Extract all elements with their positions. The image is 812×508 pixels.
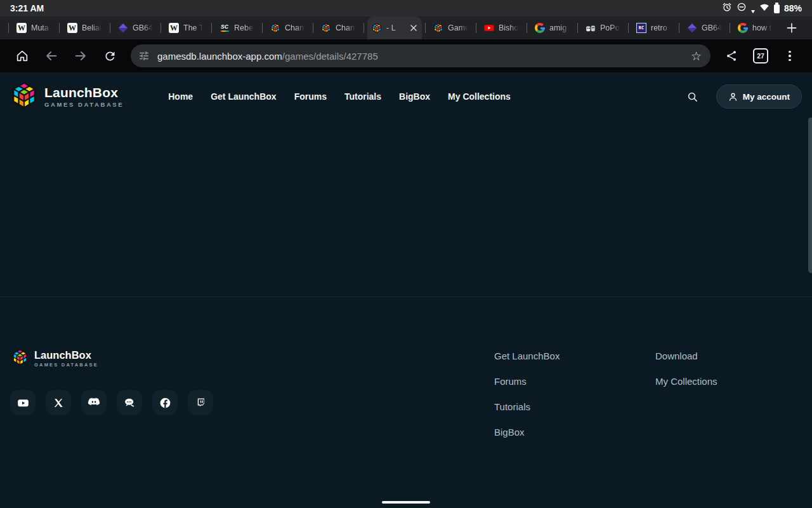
tab-separator bbox=[476, 23, 476, 33]
nav-link-my-collections[interactable]: My Collections bbox=[448, 91, 511, 102]
facebook-social-button[interactable] bbox=[152, 390, 178, 415]
footer-link-get-launchbox[interactable]: Get LaunchBox bbox=[494, 351, 560, 361]
footer-links-column-1: Get LaunchBoxForumsTutorialsBigBox bbox=[494, 351, 560, 452]
browser-tab[interactable]: Chan bbox=[317, 17, 360, 39]
browser-tab[interactable]: GB64 bbox=[114, 17, 157, 39]
reload-button[interactable] bbox=[95, 42, 124, 70]
retro-favicon: RC bbox=[636, 23, 646, 33]
launchbox-favicon bbox=[433, 23, 443, 33]
forward-button[interactable] bbox=[66, 42, 95, 70]
twitch-social-button[interactable] bbox=[188, 390, 213, 415]
browser-tab-active[interactable]: - L bbox=[367, 17, 422, 39]
site-header: LaunchBox GAMES DATABASE HomeGet LaunchB… bbox=[0, 72, 812, 121]
tab-close-icon[interactable] bbox=[410, 24, 417, 32]
discord-social-button[interactable] bbox=[81, 390, 107, 415]
tab-separator bbox=[527, 23, 527, 33]
launchbox-cube-logo-icon bbox=[10, 81, 38, 112]
tab-label: how t bbox=[752, 23, 773, 32]
browser-tab[interactable]: WMuta bbox=[12, 17, 56, 39]
youtube-favicon bbox=[484, 23, 494, 33]
tab-label: Bisho bbox=[499, 23, 519, 32]
tab-separator bbox=[313, 23, 313, 33]
youtube-icon bbox=[16, 396, 30, 410]
nav-link-bigbox[interactable]: BigBox bbox=[399, 91, 430, 102]
site-logo[interactable]: LaunchBox GAMES DATABASE bbox=[10, 81, 124, 112]
person-icon bbox=[728, 92, 738, 102]
tab-separator bbox=[211, 23, 212, 33]
brand-subtitle: GAMES DATABASE bbox=[44, 101, 124, 108]
browser-menu-button[interactable] bbox=[775, 42, 804, 70]
browser-tab[interactable]: PoPo bbox=[581, 17, 625, 39]
chat-social-button[interactable] bbox=[117, 390, 142, 415]
search-icon[interactable] bbox=[686, 91, 698, 103]
browser-tab[interactable]: RCretro bbox=[632, 17, 676, 39]
tab-label: Chan bbox=[336, 23, 356, 32]
x-social-button[interactable] bbox=[46, 390, 71, 415]
browser-tab[interactable]: WBelial bbox=[63, 17, 107, 39]
footer-link-download[interactable]: Download bbox=[655, 351, 698, 361]
url-host: gamesdb.launchbox-app.com bbox=[157, 51, 282, 62]
alarm-icon bbox=[722, 2, 732, 15]
browser-tab[interactable]: amig bbox=[530, 17, 574, 39]
bookmark-star-icon[interactable]: ☆ bbox=[690, 50, 703, 62]
tab-separator bbox=[730, 23, 730, 33]
tab-separator bbox=[363, 23, 364, 33]
browser-tab[interactable]: Chan bbox=[266, 17, 310, 39]
my-account-button[interactable]: My account bbox=[716, 84, 802, 109]
gesture-navigation-bar[interactable] bbox=[382, 501, 430, 504]
url-text: gamesdb.launchbox-app.com/games/details/… bbox=[157, 51, 378, 62]
x-icon bbox=[53, 398, 64, 408]
tab-label: GB64 bbox=[702, 23, 722, 32]
tab-label: amig bbox=[549, 23, 570, 32]
my-account-label: My account bbox=[743, 92, 790, 102]
footer-links-column-2: DownloadMy Collections bbox=[655, 351, 717, 401]
footer-logo[interactable]: LaunchBox GAMES DATABASE bbox=[11, 349, 98, 368]
footer-brand-name: LaunchBox bbox=[34, 349, 98, 361]
footer-link-item: Download bbox=[655, 351, 717, 376]
tab-separator bbox=[262, 23, 263, 33]
footer-link-my-collections[interactable]: My Collections bbox=[655, 376, 717, 387]
battery-icon bbox=[774, 4, 780, 13]
browser-tab[interactable]: WThe T bbox=[164, 17, 208, 39]
tab-count: 27 bbox=[753, 48, 768, 64]
nav-link-tutorials[interactable]: Tutorials bbox=[344, 91, 381, 102]
new-tab-button[interactable] bbox=[786, 22, 797, 34]
browser-tab[interactable]: GB64 bbox=[683, 17, 726, 39]
footer-link-tutorials[interactable]: Tutorials bbox=[494, 401, 530, 412]
footer-link-item: My Collections bbox=[655, 376, 717, 401]
wikipedia-favicon: W bbox=[169, 23, 179, 33]
home-button[interactable] bbox=[8, 42, 37, 70]
browser-toolbar: gamesdb.launchbox-app.com/games/details/… bbox=[0, 39, 812, 72]
back-button[interactable] bbox=[37, 42, 66, 70]
nav-link-home[interactable]: Home bbox=[168, 91, 193, 102]
footer-link-forums[interactable]: Forums bbox=[494, 376, 527, 387]
url-bar[interactable]: gamesdb.launchbox-app.com/games/details/… bbox=[131, 44, 710, 67]
footer-link-item: Tutorials bbox=[494, 401, 560, 427]
browser-tab[interactable]: how t bbox=[733, 17, 777, 39]
screen: 3:21 AM 88% WMutaWBelialGB64WThe TSCRebe… bbox=[0, 0, 812, 508]
popo-favicon bbox=[586, 23, 596, 33]
share-button[interactable] bbox=[717, 42, 746, 70]
battery-percent: 88% bbox=[784, 3, 802, 13]
tab-label: - L bbox=[386, 23, 405, 32]
launchbox-favicon bbox=[372, 23, 382, 33]
page-controls-icon[interactable] bbox=[138, 50, 150, 62]
footer-link-bigbox[interactable]: BigBox bbox=[494, 427, 525, 438]
tab-label: Rebe bbox=[234, 23, 254, 32]
wikipedia-favicon: W bbox=[16, 23, 27, 33]
page-scrollbar[interactable] bbox=[808, 117, 812, 273]
discord-icon bbox=[87, 396, 101, 410]
browser-tab[interactable]: Game bbox=[429, 17, 473, 39]
nav-link-forums[interactable]: Forums bbox=[294, 91, 327, 102]
footer-link-item: Forums bbox=[494, 376, 560, 401]
do-not-disturb-icon bbox=[737, 2, 747, 15]
tab-separator bbox=[59, 23, 60, 33]
browser-tab[interactable]: Bisho bbox=[480, 17, 523, 39]
tab-switcher-button[interactable]: 27 bbox=[746, 42, 775, 70]
google-favicon bbox=[738, 23, 748, 33]
nav-link-get-launchbox[interactable]: Get LaunchBox bbox=[211, 91, 276, 102]
youtube-social-button[interactable] bbox=[10, 390, 36, 415]
launchbox-cube-logo-icon bbox=[11, 349, 29, 368]
browser-tab[interactable]: SCRebe bbox=[215, 17, 259, 39]
twitch-icon bbox=[195, 397, 207, 409]
